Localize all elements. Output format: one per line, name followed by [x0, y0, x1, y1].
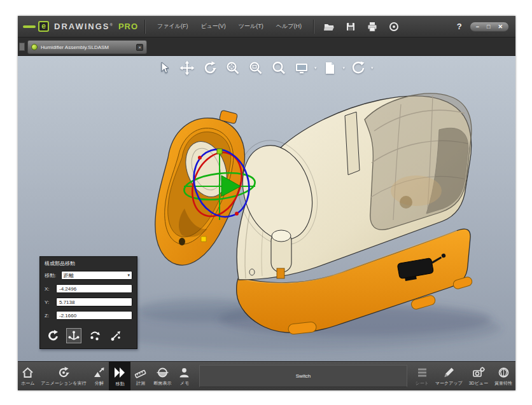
view-display-dropdown-caret[interactable]: ▾ [314, 65, 317, 71]
menu-view[interactable]: ビュー(V) [195, 20, 230, 33]
maximize-button[interactable]: □ [487, 22, 490, 31]
sheets-button: シート [412, 362, 432, 390]
zoom-area-tool[interactable] [247, 59, 264, 76]
measure-button[interactable]: 計測 [130, 362, 150, 390]
move-component-dialog: 構成部品移動 移動: 距離 ▾ X: Y: Z: [39, 256, 137, 349]
viewport-3d[interactable]: ▾ ▾ ▾ 構成部品移動 移動: 距離 ▾ X: [18, 56, 515, 361]
window-controls: − □ ✕ [470, 22, 509, 32]
markup-button[interactable]: マークアップ [432, 362, 466, 390]
panel-stub[interactable] [19, 43, 25, 51]
3d-views-button[interactable]: 3Dビュー [466, 362, 491, 390]
status-bar: Switch [199, 365, 407, 387]
view-toolbar: ▾ ▾ ▾ [155, 59, 372, 76]
selected-component-name: Switch [296, 373, 311, 379]
print-icon[interactable] [367, 21, 378, 32]
move-type-value: 距離 [64, 272, 127, 279]
y-value-field[interactable] [56, 298, 132, 306]
tab-title: Humidifier Assembly.SLDASM [41, 45, 133, 50]
cover-marker [201, 237, 206, 242]
logo-pro-text: PRO [118, 22, 138, 31]
mass-properties-button[interactable]: 質量特性 [491, 362, 515, 390]
z-value-field[interactable] [56, 311, 132, 320]
assembly-doc-icon [31, 44, 38, 50]
menu-help[interactable]: ヘルプ(H) [271, 20, 307, 33]
edrawings-logo: e DRAWINGS® PRO [23, 21, 138, 32]
logo-registered-mark: ® [110, 23, 114, 27]
view-orientation-tool[interactable] [321, 59, 339, 76]
rotate-tool[interactable] [201, 59, 218, 76]
home-button[interactable]: ホーム [18, 362, 38, 390]
reset-move-button[interactable] [45, 328, 60, 343]
chevron-down-icon: ▾ [127, 273, 130, 278]
humidifier-main-body[interactable] [225, 93, 473, 334]
note-button[interactable]: メモ [174, 362, 194, 390]
logo-drawings-text: DRAWINGS® [54, 22, 114, 31]
document-tab[interactable]: Humidifier Assembly.SLDASM × [27, 40, 147, 54]
select-tool[interactable] [155, 59, 172, 76]
cover-hole [179, 238, 185, 245]
title-bar: e DRAWINGS® PRO ファイル(F) ビュー(V) ツール(T) ヘル… [18, 16, 515, 37]
minimize-button[interactable]: − [476, 22, 479, 31]
tab-close-icon[interactable]: × [136, 44, 143, 51]
options-icon[interactable] [388, 21, 400, 32]
open-icon[interactable] [323, 21, 335, 32]
menu-file[interactable]: ファイル(F) [152, 20, 193, 33]
rotate-xyz-button[interactable] [87, 328, 102, 343]
view-display-tool[interactable] [293, 59, 310, 76]
view-orientation-dropdown-caret[interactable]: ▾ [343, 65, 346, 71]
x-value-field[interactable] [56, 284, 132, 293]
pan-tool[interactable] [178, 59, 195, 76]
y-axis-label: Y: [45, 299, 53, 305]
titlebar-separator [144, 20, 146, 34]
translate-xyz-button[interactable] [66, 328, 81, 343]
edrawings-window: e DRAWINGS® PRO ファイル(F) ビュー(V) ツール(T) ヘル… [18, 16, 515, 390]
move-component-button[interactable]: 移動 [109, 362, 130, 390]
section-view-button[interactable]: 断面表示 [150, 362, 174, 390]
reset-view-tool[interactable] [349, 59, 367, 76]
align-move-button[interactable] [108, 328, 123, 343]
move-mode-buttons [40, 324, 137, 346]
zoom-fit-tool[interactable] [224, 59, 241, 76]
tab-bar: Humidifier Assembly.SLDASM × [18, 37, 515, 56]
menu-bar: ファイル(F) ビュー(V) ツール(T) ヘルプ(H) [152, 20, 307, 33]
zoom-tool[interactable] [270, 59, 287, 76]
explode-button[interactable]: 分解 [89, 362, 109, 390]
save-icon[interactable] [345, 21, 356, 32]
z-axis-label: Z: [45, 313, 53, 319]
menu-tools[interactable]: ツール(T) [234, 20, 269, 33]
reset-view-dropdown-caret[interactable]: ▾ [371, 65, 374, 71]
close-button[interactable]: ✕ [498, 22, 503, 31]
move-type-label: 移動: [45, 272, 59, 279]
help-button[interactable]: ? [457, 22, 462, 31]
x-axis-label: X: [45, 286, 53, 292]
logo-dash-icon [23, 25, 36, 28]
logo-e-icon: e [38, 21, 49, 32]
dialog-title: 構成部品移動 [40, 257, 137, 271]
titlebar-separator [313, 20, 314, 34]
play-animation-button[interactable]: アニメーションを実行 [38, 362, 89, 390]
move-type-select[interactable]: 距離 ▾ [61, 271, 132, 280]
bottom-toolbar: ホーム アニメーションを実行 分解 移動 計測 断面表示 メモ Switch [18, 361, 515, 390]
